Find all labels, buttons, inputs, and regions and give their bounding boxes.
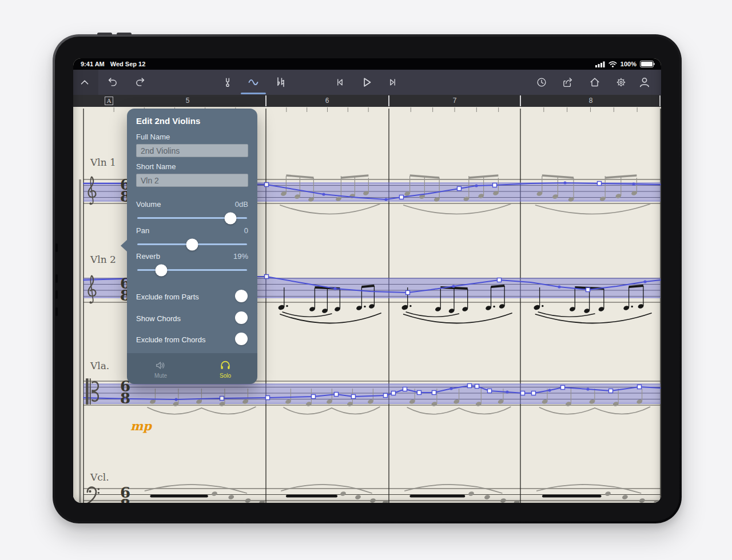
measure-separator <box>265 95 266 106</box>
staff-label-vln2: Vln 2 <box>90 254 116 265</box>
reverb-slider[interactable] <box>137 269 247 271</box>
edit-instrument-popover: Edit 2nd Violins Full Name Short Name Vo… <box>127 109 257 384</box>
full-name-label: Full Name <box>136 133 170 141</box>
ipad-screen: 9:41 AM Wed Sep 12 100% <box>73 58 661 503</box>
time-signature: 68 <box>117 381 134 405</box>
show-chords-label: Show Chords <box>136 314 181 323</box>
page-background: 9:41 AM Wed Sep 12 100% <box>0 0 732 560</box>
measure-separator <box>520 95 521 106</box>
collapse-chevron-icon[interactable] <box>77 74 93 90</box>
reverb-value: 19% <box>233 252 248 261</box>
volume-label: Volume <box>136 200 161 209</box>
headphones-icon <box>219 359 232 371</box>
reverb-slider-thumb[interactable] <box>156 264 168 276</box>
settings-gear-icon[interactable] <box>613 74 629 90</box>
device-side-mark <box>55 307 58 316</box>
volume-slider[interactable] <box>137 217 247 219</box>
measure-separator <box>388 95 389 106</box>
bass-clef-icon <box>85 485 100 503</box>
popover-title: Edit 2nd Violins <box>136 116 200 126</box>
home-icon[interactable] <box>587 74 603 90</box>
status-bar: 9:41 AM Wed Sep 12 100% <box>73 58 661 70</box>
pan-row: Pan 0 <box>136 226 248 235</box>
wifi-icon <box>608 61 617 67</box>
accidentals-icon[interactable] <box>272 74 288 90</box>
staff-label-vcl: Vcl. <box>90 471 109 483</box>
exclude-from-chords-toggle[interactable] <box>235 333 248 345</box>
volume-row: Volume 0dB <box>136 200 248 209</box>
volume-value: 0dB <box>235 200 248 209</box>
measure-number: 8 <box>589 97 593 105</box>
exclude-from-chords-label: Exclude from Chords <box>136 335 205 344</box>
battery-percent: 100% <box>620 61 636 67</box>
undo-icon[interactable] <box>105 74 121 90</box>
staff-label-vla: Vla. <box>90 360 109 371</box>
skip-to-end-icon[interactable] <box>385 74 401 90</box>
battery-icon <box>640 61 654 67</box>
mute-label: Mute <box>154 373 167 379</box>
reverb-row: Reverb 19% <box>136 252 248 261</box>
play-icon[interactable] <box>359 74 375 90</box>
history-icon[interactable] <box>534 74 550 90</box>
ipad-device-frame: 9:41 AM Wed Sep 12 100% <box>53 34 682 523</box>
dynamics-wave-icon[interactable] <box>245 74 261 90</box>
treble-clef-icon <box>85 270 99 310</box>
measure-ruler[interactable]: A 5 6 7 8 <box>73 95 661 107</box>
short-name-label: Short Name <box>136 162 176 171</box>
exclude-from-parts-label: Exclude from Parts <box>136 293 199 301</box>
pan-value: 0 <box>244 226 248 235</box>
reverb-label: Reverb <box>136 252 160 261</box>
share-icon[interactable] <box>560 74 576 90</box>
popover-arrow <box>121 239 128 252</box>
solo-button[interactable]: Solo <box>205 355 246 382</box>
volume-slider-thumb[interactable] <box>225 212 237 224</box>
status-time: 9:41 AM <box>81 61 105 67</box>
treble-clef-icon <box>85 171 99 211</box>
device-side-mark <box>55 290 58 299</box>
app-toolbar <box>73 70 661 95</box>
device-side-mark <box>55 243 58 252</box>
time-signature: 68 <box>117 487 134 503</box>
status-date: Wed Sep 12 <box>110 61 146 67</box>
tuning-fork-icon[interactable] <box>220 74 236 90</box>
measure-number: 5 <box>186 97 190 105</box>
measure-number: 6 <box>325 97 329 105</box>
measure-number: 7 <box>453 97 457 105</box>
pan-slider-thumb[interactable] <box>186 238 198 250</box>
solo-label: Solo <box>220 373 231 379</box>
pan-slider[interactable] <box>137 243 247 245</box>
device-side-mark <box>55 274 58 283</box>
redo-icon[interactable] <box>132 74 148 90</box>
dynamic-marking: mp <box>130 419 152 433</box>
measure-separator <box>659 95 661 106</box>
device-top-button <box>97 33 112 35</box>
exclude-from-parts-toggle[interactable] <box>235 290 248 302</box>
staff-label-vln1: Vln 1 <box>90 157 116 168</box>
full-name-input[interactable] <box>136 144 248 157</box>
show-chords-toggle[interactable] <box>235 311 248 324</box>
account-profile-icon[interactable] <box>636 74 653 90</box>
speaker-icon <box>154 359 168 371</box>
pan-label: Pan <box>136 226 149 235</box>
skip-to-start-icon[interactable] <box>332 74 348 90</box>
cellular-signal-icon <box>595 61 605 67</box>
device-top-button <box>117 33 132 35</box>
popover-bottom-bar: Mute Solo <box>127 353 257 384</box>
mute-button[interactable]: Mute <box>140 355 181 382</box>
selected-tool-underline <box>241 93 266 94</box>
short-name-input[interactable] <box>136 174 248 187</box>
alto-clef-icon <box>85 378 100 407</box>
rehearsal-mark: A <box>105 97 113 105</box>
